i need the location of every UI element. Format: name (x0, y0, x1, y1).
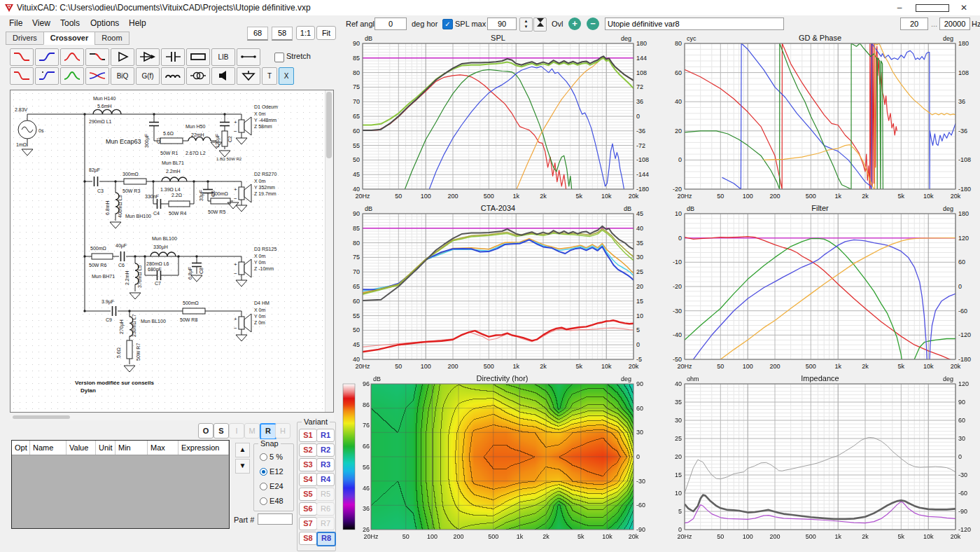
tool-active-amp-button[interactable] (136, 48, 160, 66)
tab-crossover[interactable]: Crossover (43, 32, 95, 45)
snap-e48-option[interactable]: E48 (260, 497, 284, 505)
view-h-button[interactable]: H (275, 423, 290, 439)
svg-text:500: 500 (488, 533, 498, 540)
freq-min-input[interactable] (900, 18, 928, 30)
spl-max-checkbox[interactable]: ✓ (442, 19, 453, 29)
variant-r1-button[interactable]: R1 (316, 429, 335, 442)
overlay-remove-button[interactable]: − (587, 18, 599, 30)
ref-angle-input[interactable] (374, 18, 407, 30)
menu-view[interactable]: View (32, 18, 50, 28)
tool-inductor-button[interactable] (161, 67, 185, 85)
col-unit[interactable]: Unit (96, 441, 115, 455)
col-opt[interactable]: Opt (12, 441, 30, 455)
schematic-canvas[interactable]: +−+−+−+−2.83V0s1mΩMun H1405.6mH290mΩ L1M… (10, 90, 334, 413)
variant-s7-button[interactable]: S7 (299, 517, 317, 530)
tool-ground-button[interactable] (237, 67, 260, 85)
variant-s4-button[interactable]: S4 (299, 473, 317, 486)
move-up-button[interactable]: ▲ (235, 443, 250, 457)
menu-tools[interactable]: Tools (60, 18, 80, 28)
part-number-input[interactable] (258, 513, 293, 525)
snap-e24-option[interactable]: E24 (260, 482, 284, 490)
variant-s8-button[interactable]: S8 (299, 532, 317, 545)
tab-drivers[interactable]: Drivers (6, 32, 44, 45)
variant-r5-button[interactable]: R5 (316, 488, 335, 501)
menu-options[interactable]: Options (90, 18, 119, 28)
scrollbar-thumb[interactable] (13, 415, 70, 419)
zoom-1to1-button[interactable]: 1:1 (296, 26, 315, 40)
freq-max-input[interactable] (939, 18, 970, 30)
view-o-button[interactable]: O (198, 423, 214, 439)
tool-transformer-button[interactable] (186, 67, 210, 85)
radio-icon[interactable] (260, 453, 267, 461)
radio-selected-icon[interactable] (260, 468, 267, 476)
schematic-vertical-scrollbar[interactable] (325, 90, 333, 412)
svg-text:15: 15 (675, 471, 682, 478)
stretch-checkbox[interactable] (274, 53, 284, 62)
overlay-add-button[interactable]: + (568, 18, 581, 30)
tool-biquad-button[interactable]: BiQ (111, 67, 134, 85)
autoscale-button[interactable] (533, 18, 547, 32)
parameter-table[interactable]: Opt Name Value Unit Min Max Expression (11, 440, 230, 529)
grid-height-box[interactable]: 58 (272, 27, 293, 41)
tool-peak-button[interactable] (60, 67, 84, 85)
variant-r7-button[interactable]: R7 (316, 517, 335, 530)
variant-r2-button[interactable]: R2 (316, 443, 335, 457)
radio-icon[interactable] (260, 483, 267, 490)
tool-highpass2-button[interactable] (35, 67, 59, 85)
menu-help[interactable]: Help (129, 18, 146, 28)
tool-text-button[interactable]: T (262, 67, 277, 85)
variant-r8-button[interactable]: R8 (316, 532, 336, 546)
maximize-button[interactable] (916, 0, 948, 15)
tool-amplifier-button[interactable] (111, 48, 134, 66)
schematic-text: Mun BH100 (125, 214, 151, 219)
svg-text:90: 90 (636, 380, 643, 387)
hz-label: Hz (972, 20, 980, 28)
snap-e12-option[interactable]: E12 (260, 467, 284, 476)
schematic-horizontal-scrollbar[interactable] (10, 414, 334, 420)
col-max[interactable]: Max (148, 441, 178, 455)
variant-s1-button[interactable]: S1 (299, 429, 317, 442)
scrollbar-thumb[interactable] (326, 92, 332, 158)
variant-s2-button[interactable]: S2 (299, 443, 317, 457)
radio-icon[interactable] (260, 497, 267, 505)
col-min[interactable]: Min (115, 441, 148, 455)
view-s-button[interactable]: S (214, 423, 229, 439)
view-r-button[interactable]: R (260, 423, 276, 440)
variant-s5-button[interactable]: S5 (299, 488, 317, 501)
tool-lowpass2-button[interactable] (10, 67, 34, 85)
variant-name-input[interactable] (605, 18, 784, 30)
grid-width-box[interactable]: 68 (247, 27, 268, 41)
spl-max-input[interactable] (487, 18, 517, 30)
col-name[interactable]: Name (30, 441, 66, 455)
tool-wire-button[interactable] (237, 48, 260, 66)
col-value[interactable]: Value (66, 441, 96, 455)
variant-r4-button[interactable]: R4 (316, 473, 335, 486)
tool-shelf-button[interactable] (85, 48, 109, 66)
schematic-text: 500mΩ (183, 301, 199, 305)
menu-file[interactable]: File (9, 18, 22, 28)
tool-highpass-button[interactable] (35, 48, 59, 66)
variant-s3-button[interactable]: S3 (299, 458, 317, 471)
tool-delete-button[interactable]: X (279, 67, 294, 85)
variant-r3-button[interactable]: R3 (316, 458, 335, 471)
col-expression[interactable]: Expression (178, 441, 229, 455)
close-button[interactable]: ✕ (948, 0, 980, 15)
minimize-button[interactable]: – (883, 0, 916, 15)
tool-crossover-button[interactable] (85, 67, 109, 85)
snap-5pct-option[interactable]: 5 % (260, 453, 283, 461)
tool-library-button[interactable]: LIB (211, 48, 235, 66)
view-i-button[interactable]: I (229, 423, 244, 439)
variant-s6-button[interactable]: S6 (299, 502, 317, 516)
tool-capacitor-button[interactable] (161, 48, 185, 66)
variant-r6-button[interactable]: R6 (316, 502, 335, 516)
tool-lowpass-button[interactable] (10, 48, 34, 66)
move-down-button[interactable]: ▼ (235, 459, 250, 474)
tab-room[interactable]: Room (94, 32, 129, 45)
tool-resistor-button[interactable] (186, 48, 210, 66)
view-m-button[interactable]: M (244, 423, 260, 439)
tool-gf-button[interactable]: G(f) (136, 67, 160, 85)
tool-bandpass-button[interactable] (60, 48, 84, 66)
spl-max-spinner[interactable]: ▲▼ (519, 18, 533, 32)
zoom-fit-button[interactable]: Fit (316, 26, 336, 40)
tool-speaker-button[interactable] (211, 67, 235, 85)
